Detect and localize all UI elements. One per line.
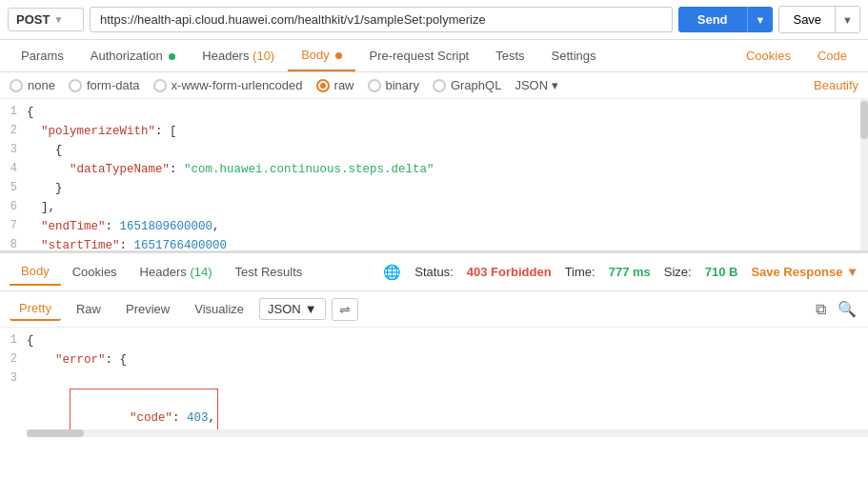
tab-code[interactable]: Code [804, 41, 860, 70]
option-raw[interactable]: raw [316, 78, 354, 92]
resp-json-label: JSON [268, 302, 301, 316]
tab-pre-request-label: Pre-request Script [369, 49, 469, 63]
tab-authorization[interactable]: Authorization [77, 41, 190, 70]
tab-pre-request[interactable]: Pre-request Script [355, 41, 482, 70]
option-graphql[interactable]: GraphQL [433, 78, 501, 92]
option-none[interactable]: none [10, 78, 55, 92]
save-response-chevron: ▼ [846, 265, 858, 279]
body-options: none form-data x-www-form-urlencoded raw… [0, 72, 868, 99]
method-select[interactable]: POST ▼ [8, 8, 84, 31]
tab-settings[interactable]: Settings [538, 41, 610, 70]
tab-authorization-label: Authorization [91, 49, 163, 63]
option-raw-label: raw [334, 78, 354, 92]
status-value: 403 Forbidden [467, 265, 552, 279]
option-graphql-label: GraphQL [451, 78, 501, 92]
time-value: 777 ms [609, 265, 651, 279]
tab-params[interactable]: Params [8, 41, 77, 70]
json-select[interactable]: JSON ▾ [515, 78, 558, 92]
radio-none [10, 79, 23, 92]
resp-line-3: 3 "code": 403, [0, 369, 868, 437]
wrap-icon[interactable]: ⇌ [332, 298, 358, 321]
req-line-8: 8 "startTime": 1651766400000 [0, 236, 868, 253]
headers-badge: (10) [252, 49, 274, 63]
req-line-6: 6 ], [0, 198, 868, 217]
resp-tab-headers[interactable]: Headers (14) [129, 259, 224, 285]
req-line-4: 4 "dataTypeName": "com.huawei.continuous… [0, 160, 868, 179]
save-button[interactable]: Save [779, 7, 835, 32]
method-label: POST [16, 12, 50, 27]
tab-body[interactable]: Body [288, 40, 355, 71]
resp-tab-cookies[interactable]: Cookies [61, 259, 129, 285]
tab-tests[interactable]: Tests [482, 41, 537, 70]
tab-cookies[interactable]: Cookies [733, 41, 804, 70]
time-label: Time: [565, 265, 595, 279]
resp-tab-cookies-label: Cookies [72, 265, 117, 279]
status-label: Status: [414, 265, 453, 279]
resp-json-select[interactable]: JSON ▼ [259, 298, 326, 320]
request-code-editor: 1 { 2 "polymerizeWith": [ 3 { 4 "dataTyp… [0, 99, 868, 253]
json-select-chevron: ▾ [552, 78, 558, 92]
method-chevron: ▼ [53, 14, 63, 25]
body-dot [335, 52, 342, 59]
format-raw-label: Raw [76, 302, 101, 316]
save-dropdown-button[interactable]: ▼ [835, 7, 859, 32]
json-select-label: JSON [515, 78, 548, 92]
response-code-editor: 1 { 2 "error": { 3 "code": 403, 4 "messa… [0, 328, 868, 437]
tab-headers[interactable]: Headers (10) [189, 41, 288, 70]
tab-body-label: Body [301, 48, 330, 62]
radio-graphql [433, 79, 446, 92]
search-icon[interactable]: 🔍 [836, 298, 858, 320]
save-response-label: Save Response [751, 265, 842, 279]
option-binary[interactable]: binary [368, 78, 419, 92]
send-button-group: Send ▼ [678, 7, 774, 32]
tab-headers-label: Headers [202, 49, 249, 63]
size-value: 710 B [705, 265, 738, 279]
option-form-data-label: form-data [87, 78, 140, 92]
authorization-dot [169, 53, 175, 60]
send-button[interactable]: Send [678, 7, 747, 32]
request-tabs: Params Authorization Headers (10) Body P… [0, 40, 868, 72]
response-format-bar: Pretty Raw Preview Visualize JSON ▼ ⇌ ⧉ … [0, 291, 868, 328]
resp-tab-test-results-label: Test Results [235, 265, 303, 279]
tab-cookies-label: Cookies [746, 49, 791, 63]
resp-tab-test-results[interactable]: Test Results [224, 259, 314, 285]
beautify-button[interactable]: Beautify [814, 78, 858, 92]
option-x-www[interactable]: x-www-form-urlencoded [153, 78, 303, 92]
format-visualize-label: Visualize [194, 302, 244, 316]
req-tabs-right: Cookies Code [733, 41, 860, 70]
format-preview-label: Preview [126, 302, 170, 316]
format-tab-preview[interactable]: Preview [116, 298, 179, 320]
resp-tab-headers-label: Headers [140, 265, 187, 279]
tab-settings-label: Settings [552, 49, 596, 63]
tab-params-label: Params [21, 49, 64, 63]
format-tab-pretty[interactable]: Pretty [10, 297, 61, 321]
save-button-group: Save ▼ [778, 6, 860, 33]
req-line-3: 3 { [0, 141, 868, 160]
req-line-2: 2 "polymerizeWith": [ [0, 122, 868, 141]
req-line-7: 7 "endTime": 1651809600000, [0, 217, 868, 236]
option-binary-label: binary [386, 78, 419, 92]
request-scrollbar[interactable] [860, 99, 868, 250]
request-scrollbar-thumb [860, 101, 868, 139]
top-bar: POST ▼ Send ▼ Save ▼ [0, 0, 868, 40]
format-tab-visualize[interactable]: Visualize [185, 298, 253, 320]
copy-icon[interactable]: ⧉ [814, 299, 828, 320]
response-scrollbar-h[interactable] [27, 429, 868, 437]
option-form-data[interactable]: form-data [69, 78, 140, 92]
req-line-1: 1 { [0, 103, 868, 122]
radio-x-www [153, 79, 167, 92]
option-x-www-label: x-www-form-urlencoded [172, 78, 303, 92]
url-input[interactable] [90, 7, 673, 32]
send-dropdown-button[interactable]: ▼ [747, 7, 774, 32]
resp-tab-body[interactable]: Body [10, 258, 61, 286]
response-header: Body Cookies Headers (14) Test Results 🌐… [0, 253, 868, 291]
req-line-5: 5 } [0, 179, 868, 198]
format-tab-raw[interactable]: Raw [67, 298, 111, 320]
resp-line-2: 2 "error": { [0, 350, 868, 369]
resp-json-chevron: ▼ [305, 302, 317, 316]
radio-binary [368, 79, 381, 92]
save-response-button[interactable]: Save Response ▼ [751, 265, 858, 279]
response-scrollbar-h-thumb [27, 429, 84, 437]
radio-form-data [69, 79, 82, 92]
wrap-icon-symbol: ⇌ [339, 302, 351, 317]
